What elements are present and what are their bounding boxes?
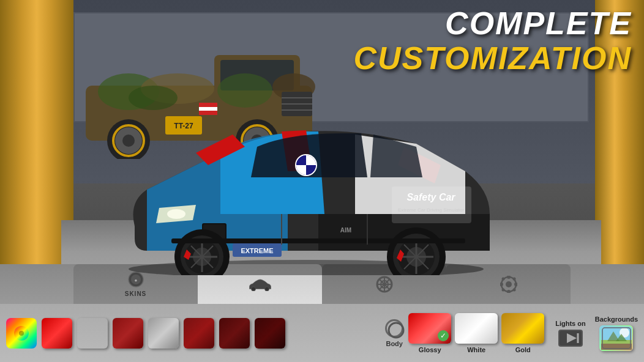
body-selector[interactable]: Body [385, 319, 403, 347]
backgrounds-button[interactable]: Backgrounds [595, 316, 638, 351]
finish-glossy[interactable]: ✓ Glossy [408, 313, 451, 353]
lights-icon [558, 330, 583, 347]
svg-point-29 [167, 209, 185, 219]
title-line2: CUSTOMIZATION [354, 41, 632, 76]
body-label: Body [386, 340, 403, 347]
svg-point-69 [506, 281, 512, 287]
svg-text:AIM: AIM [340, 227, 351, 234]
svg-point-77 [501, 288, 504, 291]
body-circle [385, 319, 403, 338]
color-silver[interactable] [148, 318, 179, 349]
title-line1: COMPLETE [354, 6, 632, 41]
wheels-icon [376, 276, 393, 293]
play-icon [560, 331, 582, 345]
options-row: Body ✓ Glossy White Gold [0, 304, 644, 362]
backgrounds-icon [599, 325, 633, 351]
svg-text:●: ● [134, 278, 137, 283]
svg-point-76 [512, 277, 515, 280]
lights-on-label: Lights on [555, 320, 586, 327]
white-swatch [455, 313, 498, 344]
title-overlay: COMPLETE CUSTOMIZATION [354, 6, 632, 76]
svg-point-79 [19, 331, 24, 336]
svg-text:Extreme Car Driving Simulator: Extreme Car Driving Simulator [398, 207, 464, 213]
svg-point-70 [507, 276, 511, 279]
color-wine[interactable] [255, 318, 285, 349]
svg-point-75 [512, 288, 515, 291]
color-burgundy[interactable] [184, 318, 214, 349]
skins-label: SKINS [125, 290, 147, 297]
white-label: White [467, 346, 485, 353]
custom-icon [500, 276, 517, 293]
color-dark-red[interactable] [113, 318, 143, 349]
bottom-toolbar: ● SKINS [0, 264, 644, 362]
palette-button[interactable] [6, 318, 37, 349]
svg-point-71 [507, 290, 511, 293]
gold-label: Gold [515, 346, 531, 353]
svg-point-74 [501, 277, 504, 280]
backgrounds-label: Backgrounds [595, 316, 638, 323]
svg-point-61 [264, 287, 269, 291]
glossy-swatch: ✓ [408, 313, 451, 344]
backgrounds-thumbnail [601, 327, 632, 350]
gold-swatch [501, 313, 544, 344]
main-car: Safety Car Extreme Car Driving Simulator… [98, 92, 514, 275]
glossy-check: ✓ [438, 330, 449, 341]
svg-point-73 [514, 283, 517, 286]
glossy-label: Glossy [419, 346, 441, 353]
finish-white[interactable]: White [455, 313, 498, 353]
color-red[interactable] [42, 318, 72, 349]
svg-point-60 [251, 287, 255, 291]
right-controls: Lights on Backgrounds [555, 316, 638, 351]
finish-gold[interactable]: Gold [501, 313, 544, 353]
svg-point-72 [500, 283, 503, 286]
body-radio-icon [387, 321, 405, 339]
lights-on-button[interactable]: Lights on [555, 320, 586, 347]
body-icon [248, 278, 272, 291]
svg-point-80 [389, 323, 403, 338]
game-viewport: TT-27 [0, 0, 644, 300]
svg-text:EXTREME: EXTREME [241, 247, 273, 254]
color-dark-maroon[interactable] [219, 318, 250, 349]
svg-text:Safety Car: Safety Car [406, 192, 455, 202]
color-blue[interactable] [77, 318, 108, 349]
svg-rect-54 [171, 238, 465, 243]
finish-options: ✓ Glossy White Gold [408, 313, 544, 353]
palette-icon [12, 324, 31, 342]
